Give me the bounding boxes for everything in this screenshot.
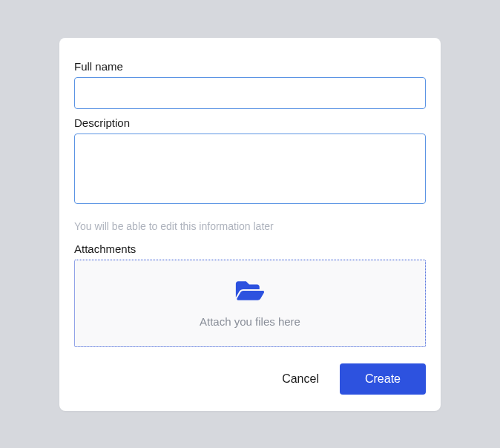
description-input[interactable]	[74, 134, 426, 204]
edit-hint: You will be able to edit this informatio…	[74, 220, 426, 232]
description-label: Description	[74, 116, 426, 129]
description-group: Description	[74, 116, 426, 207]
form-actions: Cancel Create	[74, 363, 426, 395]
dropzone-text: Attach you files here	[200, 315, 300, 328]
fullname-input[interactable]	[74, 77, 426, 109]
form-card: Full name Description You will be able t…	[59, 38, 441, 411]
folder-open-icon	[234, 278, 266, 306]
fullname-group: Full name	[74, 60, 426, 109]
cancel-button[interactable]: Cancel	[277, 365, 323, 393]
attachments-label: Attachments	[74, 243, 426, 255]
attachments-group: Attachments Attach you files here	[74, 243, 426, 347]
create-button[interactable]: Create	[340, 363, 426, 395]
attachments-dropzone[interactable]: Attach you files here	[74, 260, 426, 347]
fullname-label: Full name	[74, 60, 426, 73]
